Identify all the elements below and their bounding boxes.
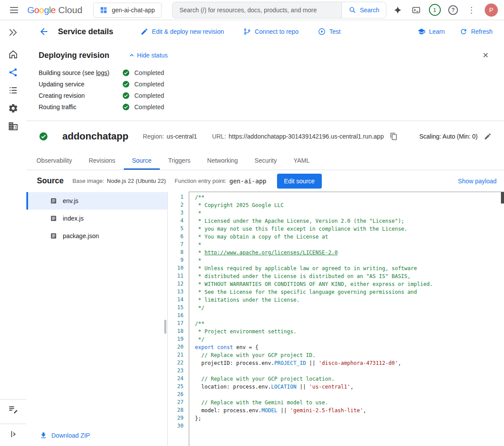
menu-button[interactable] [6, 2, 22, 18]
edit-scaling-button[interactable] [484, 132, 492, 140]
search-bar: Search [172, 2, 386, 18]
edit-source-button[interactable]: Edit source [277, 174, 322, 189]
download-icon [40, 432, 47, 439]
deploy-step-status: Completed [122, 92, 164, 100]
notification-badge: 1 [429, 4, 441, 16]
topbar: Google Cloud gen-ai-chat-app Search [0, 0, 504, 20]
entry-point-value: gen-ai-app [230, 178, 266, 185]
services-icon[interactable] [7, 66, 19, 78]
help-button[interactable]: ? [445, 2, 461, 18]
region-label: Region: [143, 133, 164, 140]
region-value: us-central1 [167, 133, 197, 140]
project-selector[interactable]: gen-ai-chat-app [93, 3, 162, 18]
search-button[interactable]: Search [342, 2, 386, 18]
download-zip-label: Download ZIP [51, 432, 90, 439]
close-icon: ✕ [482, 51, 489, 60]
check-circle-icon [122, 103, 130, 111]
back-button[interactable] [36, 24, 52, 39]
settings-gear-icon[interactable] [7, 102, 19, 114]
cloud-shell-icon [412, 6, 421, 14]
tab[interactable]: Triggers [160, 151, 199, 170]
check-circle-icon [122, 69, 130, 77]
close-panel-button[interactable]: ✕ [479, 49, 492, 61]
file-icon [50, 232, 57, 239]
learn-button[interactable]: Learn [418, 28, 445, 36]
deploy-step-label: Creating revision [39, 92, 122, 99]
header-actions: Edit & deploy new revision Connect to re… [140, 28, 341, 36]
region-field: Region: us-central1 [143, 133, 197, 140]
check-circle-icon [122, 92, 130, 100]
service-status-check-icon [39, 132, 48, 141]
avatar[interactable]: P [485, 4, 498, 17]
file-row[interactable]: package.json [26, 227, 167, 245]
file-row[interactable]: index.js [26, 210, 167, 227]
tab[interactable]: Security [246, 151, 285, 170]
tab[interactable]: YAML [285, 151, 318, 170]
test-button[interactable]: Test [318, 28, 341, 36]
main-content: Service details Edit & deploy new revisi… [26, 20, 504, 446]
hide-status-button[interactable]: Hide status [128, 51, 168, 59]
refresh-label: Refresh [471, 28, 493, 35]
gemini-sparkle-icon [393, 6, 402, 14]
edit-deploy-button[interactable]: Edit & deploy new revision [140, 28, 224, 36]
topbar-right: 1 ? ⋮ P [390, 2, 498, 18]
url-field: URL: https://addonchatapp-301439142196.u… [212, 132, 398, 140]
test-label: Test [329, 28, 341, 35]
release-notes-icon[interactable] [7, 403, 19, 416]
header-right-actions: Learn Refresh [418, 28, 493, 36]
file-icon [50, 197, 57, 204]
entry-point-label: Function entry point: [175, 178, 227, 184]
deploy-step-label: Routing traffic [39, 103, 122, 111]
search-button-label: Search [360, 7, 379, 14]
code-lines[interactable]: /** * Copyright 2025 Google LLC * * Lice… [189, 192, 504, 446]
file-panel-scrollbar-thumb[interactable] [164, 320, 166, 334]
rail-divider [0, 424, 26, 424]
menu-icon [9, 5, 19, 15]
deploy-step: Building source (see logs) Completed [39, 67, 492, 78]
collapse-nav-icon[interactable] [7, 428, 19, 440]
revisions-list-icon[interactable] [7, 84, 19, 96]
gemini-button[interactable] [390, 2, 406, 18]
copy-url-button[interactable] [390, 132, 398, 140]
url-label: URL: [212, 133, 226, 140]
scaling-info: Scaling: Auto (Min: 0) [419, 133, 478, 140]
cloud-shell-button[interactable] [408, 2, 424, 18]
editor-scrollbar-thumb[interactable] [501, 192, 504, 203]
file-name: index.js [63, 215, 83, 222]
notifications-button[interactable]: 1 [427, 2, 443, 18]
refresh-icon [460, 28, 468, 36]
tab[interactable]: Observability [28, 151, 80, 170]
show-payload-link[interactable]: Show payload [458, 178, 497, 185]
search-input[interactable] [173, 2, 342, 18]
left-nav-rail [0, 20, 26, 446]
logs-link[interactable]: logs [96, 69, 108, 76]
search-icon [349, 6, 356, 14]
deploy-step-status: Completed [122, 69, 164, 77]
tab[interactable]: Networking [199, 151, 246, 170]
refresh-button[interactable]: Refresh [460, 28, 493, 36]
file-row[interactable]: env.js [26, 192, 167, 210]
home-icon[interactable] [7, 48, 19, 61]
code-editor[interactable]: 1234567891011121314151617181920212223242… [168, 192, 504, 446]
tab[interactable]: Source [124, 151, 160, 170]
project-name: gen-ai-chat-app [112, 7, 155, 14]
copy-icon [390, 132, 398, 140]
download-zip-button[interactable]: Download ZIP [40, 432, 90, 439]
more-options-button[interactable]: ⋮ [464, 2, 479, 18]
help-icon: ? [448, 5, 458, 15]
organization-icon[interactable] [7, 120, 19, 132]
base-image-label: Base image: [72, 178, 104, 184]
more-vertical-icon: ⋮ [468, 6, 475, 14]
cloud-run-logo-icon[interactable] [7, 26, 19, 39]
status-text: Completed [134, 103, 164, 111]
edit-deploy-label: Edit & deploy new revision [152, 28, 224, 35]
chevron-up-icon [128, 51, 136, 59]
status-text: Completed [134, 81, 164, 88]
file-icon [50, 215, 57, 222]
page-title: Service details [58, 27, 113, 36]
file-list: env.js index.js package.json [26, 192, 167, 245]
learn-icon [418, 28, 425, 36]
status-text: Completed [134, 92, 164, 99]
tab[interactable]: Revisions [80, 151, 124, 170]
connect-repo-button[interactable]: Connect to repo [243, 28, 299, 36]
